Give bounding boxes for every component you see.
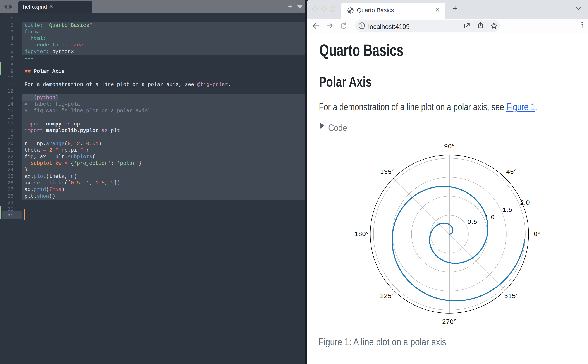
svg-text:135°: 135° [380, 168, 395, 175]
svg-text:315°: 315° [504, 292, 519, 299]
svg-text:45°: 45° [506, 168, 517, 175]
svg-text:1.0: 1.0 [485, 214, 495, 221]
svg-text:0.5: 0.5 [468, 218, 477, 225]
svg-text:180°: 180° [354, 230, 369, 237]
svg-text:2.0: 2.0 [520, 199, 530, 206]
svg-text:1.5: 1.5 [503, 206, 512, 213]
svg-text:0°: 0° [534, 230, 541, 237]
svg-text:225°: 225° [380, 292, 395, 299]
svg-text:270°: 270° [442, 318, 457, 325]
svg-text:90°: 90° [444, 143, 455, 150]
